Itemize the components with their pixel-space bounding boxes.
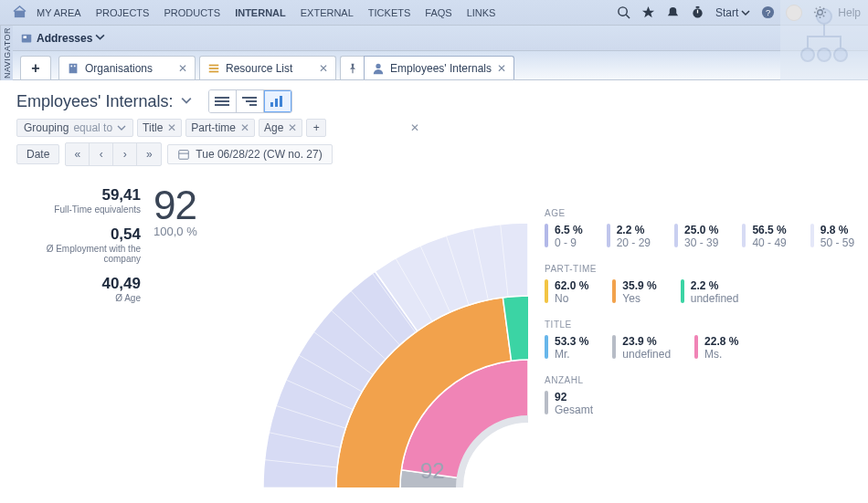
home-icon[interactable] <box>13 5 26 19</box>
kpi-value: 0,54 <box>16 225 141 244</box>
tab-close-icon[interactable]: ✕ <box>319 62 328 75</box>
svg-rect-3 <box>696 6 700 8</box>
legend-item[interactable]: 25.0 %30 - 39 <box>674 224 718 249</box>
tab-pin-button[interactable] <box>340 56 364 79</box>
list-icon <box>207 62 220 75</box>
svg-rect-18 <box>209 70 219 72</box>
legend-item[interactable]: 2.2 %undefined <box>681 279 739 305</box>
date-pager: « ‹ › » <box>65 142 162 166</box>
nav-tickets[interactable]: TICKETS <box>361 2 418 24</box>
legend-pct: 23.9 % <box>622 335 671 348</box>
date-prev-button[interactable]: ‹ <box>90 143 113 165</box>
svg-point-9 <box>818 48 831 61</box>
svg-rect-23 <box>242 97 257 99</box>
svg-rect-17 <box>209 68 219 69</box>
svg-rect-22 <box>215 104 229 106</box>
nav-external[interactable]: EXTERNAL <box>293 2 361 24</box>
legend-item[interactable]: 92Gesamt <box>545 391 593 416</box>
view-list-button[interactable] <box>209 90 237 112</box>
date-row: Date « ‹ › » Tue 06/28/22 (CW no. 27) <box>16 142 855 166</box>
chip-title[interactable]: Title✕ <box>137 119 182 137</box>
chip-age[interactable]: Age✕ <box>259 119 302 137</box>
new-tab-button[interactable]: + <box>20 56 51 79</box>
nav-products[interactable]: PRODUCTS <box>156 2 228 24</box>
navigator-sidebar-handle[interactable]: NAVIGATOR <box>0 26 13 80</box>
date-next-button[interactable]: › <box>113 143 137 165</box>
nav-projects[interactable]: PROJECTS <box>89 2 157 24</box>
legend-swatch <box>545 224 548 247</box>
legend-pct: 53.3 % <box>555 335 588 348</box>
help-icon[interactable]: ? <box>761 5 775 19</box>
legend-swatch <box>545 391 548 414</box>
legend-label: 30 - 39 <box>684 236 718 249</box>
grouping-chip[interactable]: Grouping equal to <box>16 119 133 137</box>
sunburst-center-value: 92 <box>420 458 445 484</box>
date-value[interactable]: Tue 06/28/22 (CW no. 27) <box>167 144 332 164</box>
nav-my-area[interactable]: MY AREA <box>29 2 89 24</box>
legend-label: Yes <box>622 292 656 305</box>
stopwatch-icon[interactable] <box>691 5 704 19</box>
legend-item[interactable]: 9.8 %50 - 59 <box>810 224 854 249</box>
nav-faqs[interactable]: FAQS <box>418 2 459 24</box>
start-label: Start <box>715 6 738 19</box>
nav-links[interactable]: LINKS <box>460 2 503 24</box>
legend-label: Gesamt <box>555 403 593 416</box>
tab-resource-list[interactable]: Resource List ✕ <box>199 56 336 79</box>
bell-icon[interactable] <box>666 5 680 19</box>
tab-employees-internals[interactable]: Employees' Internals ✕ <box>364 56 514 79</box>
legend-pct: 62.0 % <box>555 279 588 292</box>
chip-remove-icon[interactable]: ✕ <box>288 121 297 134</box>
legend-swatch <box>694 335 698 359</box>
legend-item[interactable]: 35.9 %Yes <box>612 279 656 305</box>
chip-add-button[interactable]: + <box>306 119 326 137</box>
legend-title: ANZAHL <box>545 375 855 385</box>
tab-close-icon[interactable]: ✕ <box>178 62 187 75</box>
date-last-button[interactable]: » <box>137 143 161 165</box>
legend-title: TITLE <box>545 320 855 330</box>
svg-point-8 <box>801 48 814 61</box>
svg-rect-16 <box>209 64 219 66</box>
page-title-dropdown[interactable] <box>181 93 192 110</box>
search-icon[interactable] <box>617 5 630 19</box>
svg-rect-21 <box>215 100 229 102</box>
legend-item[interactable]: 6.5 %0 - 9 <box>545 224 583 249</box>
chip-remove-icon[interactable]: ✕ <box>167 121 176 134</box>
address-title: Addresses <box>37 32 92 45</box>
kpi-label: Full-Time equivalents <box>16 204 141 215</box>
nav-internal[interactable]: INTERNAL <box>228 2 293 24</box>
address-bar: Addresses <box>0 26 868 51</box>
address-dropdown[interactable] <box>95 32 105 45</box>
star-icon[interactable] <box>641 5 655 19</box>
legend-item[interactable]: 62.0 %No <box>545 279 588 305</box>
view-indent-button[interactable] <box>237 90 264 112</box>
chip-parttime[interactable]: Part-time✕ <box>185 119 255 137</box>
calendar-icon <box>177 148 190 161</box>
tab-organisations[interactable]: Organisations ✕ <box>58 56 196 79</box>
clear-filters-button[interactable]: ✕ <box>403 119 427 137</box>
svg-rect-0 <box>15 11 25 18</box>
sunburst-chart: 92 <box>254 177 528 487</box>
legend-item[interactable]: 23.9 %undefined <box>612 335 671 361</box>
svg-rect-14 <box>70 65 72 67</box>
legend-pct: 92 <box>555 391 593 403</box>
svg-text:?: ? <box>766 8 770 17</box>
svg-rect-29 <box>179 151 189 160</box>
legend-item[interactable]: 2.2 %20 - 29 <box>607 224 651 249</box>
svg-rect-12 <box>24 36 27 38</box>
view-chart-button[interactable] <box>264 90 291 112</box>
date-first-button[interactable]: « <box>66 143 90 165</box>
kpi-value: 59,41 <box>16 186 141 204</box>
legend-item[interactable]: 22.8 %Ms. <box>694 335 738 361</box>
start-menu[interactable]: Start <box>715 6 750 19</box>
grouping-op: equal to <box>73 121 112 134</box>
tab-close-icon[interactable]: ✕ <box>497 62 506 75</box>
kpi-column: 59,41Full-Time equivalents 0,54Ø Employm… <box>16 177 153 503</box>
dashboard: 59,41Full-Time equivalents 0,54Ø Employm… <box>16 177 855 503</box>
legend-swatch <box>545 335 548 359</box>
legend-item[interactable]: 56.5 %40 - 49 <box>742 224 786 249</box>
chip-remove-icon[interactable]: ✕ <box>240 121 249 134</box>
legend-item[interactable]: 53.3 %Mr. <box>545 335 588 361</box>
legend-pct: 56.5 % <box>752 224 786 236</box>
pin-icon <box>347 63 358 74</box>
legend-swatch <box>674 224 678 247</box>
